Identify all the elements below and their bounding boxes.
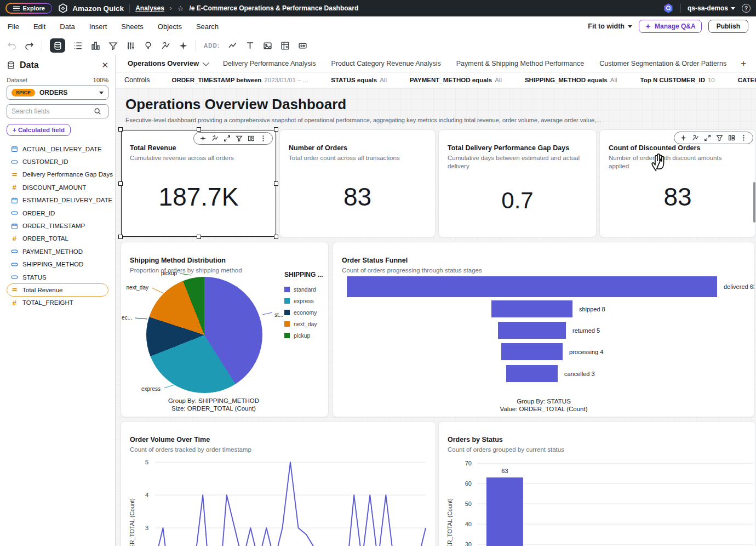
pie-chart-card[interactable]: Shipping Method DistributionProportion o… xyxy=(121,242,329,417)
tab-product-category-revenue-analysis[interactable]: Product Category Revenue Analysis xyxy=(324,60,449,67)
visual-hover-toolbar[interactable] xyxy=(193,132,273,145)
menu-insert[interactable]: Insert xyxy=(89,22,107,31)
field-item-delivery-performance-gap-days[interactable]: Delivery Performance Gap Days xyxy=(7,168,108,181)
control-shipping-method-equals[interactable]: SHIPPING_METHOD equalsAll xyxy=(525,77,617,83)
field-item-actual-delivery-date[interactable]: ACTUAL_DELIVERY_DATE xyxy=(7,143,108,155)
control-order-timestamp-between[interactable]: ORDER_TIMESTAMP between2023/01/01 – ... xyxy=(172,77,308,83)
filter-icon[interactable] xyxy=(108,41,118,50)
themes-bulb-icon[interactable] xyxy=(143,41,153,50)
funnel-chart-card[interactable]: Order Status FunnelCount of orders progr… xyxy=(333,242,755,417)
funnel-bar-shipped[interactable] xyxy=(491,300,572,317)
resize-handle[interactable] xyxy=(274,127,278,132)
breadcrumb-analyses[interactable]: Analyses xyxy=(135,4,164,12)
field-item-discount-amount[interactable]: #DISCOUNT_AMOUNT xyxy=(7,181,108,194)
field-item-total-revenue[interactable]: Total Revenue xyxy=(7,283,108,296)
legend-item-economy[interactable]: economy xyxy=(284,309,323,316)
menu-kebab-icon[interactable] xyxy=(260,135,267,142)
resize-handle[interactable] xyxy=(197,235,201,239)
resize-handle[interactable] xyxy=(118,235,123,239)
field-item-order-total[interactable]: #ORDER_TOTAL xyxy=(7,232,108,245)
parameters-icon[interactable] xyxy=(125,41,135,50)
control-top-n-customer-id[interactable]: Top N CUSTOMER_ID10 xyxy=(640,77,715,83)
add-calculated-field-button[interactable]: + Calculated field xyxy=(7,124,71,136)
resize-handle[interactable] xyxy=(274,235,278,239)
filter-icon[interactable] xyxy=(236,135,243,142)
list-panel-icon[interactable] xyxy=(73,41,83,50)
add-image-icon[interactable] xyxy=(262,41,272,50)
kpi-card-number-of-orders[interactable]: Number of OrdersTotal order count across… xyxy=(279,129,436,237)
account-menu[interactable]: qs-sa-demos xyxy=(688,4,735,12)
menu-sheets[interactable]: Sheets xyxy=(121,22,143,31)
add-sheet-button[interactable]: + xyxy=(734,58,753,69)
bar-chart-card[interactable]: Orders by StatusCount of orders grouped … xyxy=(438,421,756,546)
add-visual-icon[interactable] xyxy=(227,41,237,50)
insights-icon[interactable] xyxy=(692,134,699,141)
field-search[interactable] xyxy=(7,104,108,118)
funnel-bar-returned[interactable] xyxy=(498,322,566,339)
menu-objects[interactable]: Objects xyxy=(158,22,182,31)
menu-search[interactable]: Search xyxy=(196,22,219,31)
resize-handle[interactable] xyxy=(118,127,123,132)
field-item-shipping-method[interactable]: SHIPPING_METHOD xyxy=(7,258,108,271)
fit-to-width-dropdown[interactable]: Fit to width xyxy=(588,22,632,30)
insights-icon[interactable] xyxy=(211,135,219,142)
legend-item-pickup[interactable]: pickup xyxy=(284,332,323,339)
visual-hover-toolbar[interactable] xyxy=(674,132,753,144)
menu-edit[interactable]: Edit xyxy=(33,22,45,31)
field-item-total-freight[interactable]: #TOTAL_FREIGHT xyxy=(7,297,108,309)
menu-kebab-icon[interactable] xyxy=(740,134,747,141)
kpi-card-count-of-discounted-orders[interactable]: Count of Discounted OrdersNumber of orde… xyxy=(599,129,756,237)
tab-operations-overview[interactable]: Operations Overview xyxy=(123,59,215,67)
funnel-bar-processing[interactable] xyxy=(501,343,563,360)
add-embed-icon[interactable] xyxy=(297,41,307,50)
quick-q-badge-icon[interactable] xyxy=(663,3,674,14)
undo-icon[interactable] xyxy=(7,41,16,50)
field-item-order-id[interactable]: ORDER_ID xyxy=(7,207,108,219)
ai-sparkle-icon[interactable] xyxy=(199,135,207,142)
brand-home-link[interactable]: Amazon Quick xyxy=(58,3,124,14)
field-item-order-timestamp[interactable]: ORDER_TIMESTAMP xyxy=(7,219,108,232)
legend-item-next_day[interactable]: next_day xyxy=(284,321,323,327)
funnel-bar-delivered[interactable] xyxy=(347,276,717,297)
control-status-equals[interactable]: STATUS equalsAll xyxy=(331,77,387,83)
add-text-icon[interactable] xyxy=(245,41,255,50)
menu-file[interactable]: File xyxy=(8,22,19,31)
explore-button[interactable]: Explore xyxy=(5,3,52,14)
help-icon[interactable]: ? xyxy=(742,4,751,13)
resize-handle[interactable] xyxy=(118,181,123,186)
kpi-card-total-revenue[interactable]: Total RevenueCumulative revenue across a… xyxy=(121,129,277,237)
filter-icon[interactable] xyxy=(716,134,723,141)
field-item-status[interactable]: STATUS xyxy=(7,271,108,283)
menu-data[interactable]: Data xyxy=(60,22,75,31)
manage-qa-button[interactable]: Manage Q&A xyxy=(639,20,702,33)
control-category-equals[interactable]: CATEGORY equals xyxy=(738,77,756,83)
tab-delivery-performance-analysis[interactable]: Delivery Performance Analysis xyxy=(215,60,324,67)
layout-icon[interactable] xyxy=(248,135,255,142)
maximize-icon[interactable] xyxy=(704,134,711,141)
vertical-scrollbar[interactable] xyxy=(753,182,755,223)
control-payment-method-equals[interactable]: PAYMENT_METHOD equalsAll xyxy=(410,77,502,83)
ai-sparkle-icon[interactable] xyxy=(178,41,188,50)
close-icon[interactable]: ✕ xyxy=(101,60,108,70)
resize-handle[interactable] xyxy=(197,127,201,132)
tab-payment-shipping-method-performance[interactable]: Payment & Shipping Method Performance xyxy=(449,60,592,67)
visual-types-icon[interactable] xyxy=(90,41,100,50)
field-item-payment-method[interactable]: PAYMENT_METHOD xyxy=(7,245,108,258)
maximize-icon[interactable] xyxy=(224,135,231,142)
field-search-input[interactable] xyxy=(12,107,94,115)
publish-button[interactable]: Publish xyxy=(708,20,748,33)
insights-icon[interactable] xyxy=(161,41,170,50)
dataset-selector[interactable]: SPICE ORDERS xyxy=(7,86,108,100)
funnel-bar-cancelled[interactable] xyxy=(506,365,558,382)
line-chart-card[interactable]: Order Volume Over TimeCount of orders tr… xyxy=(121,421,436,546)
pie-chart[interactable] xyxy=(146,277,262,393)
tab-customer-segmentation-order-patterns[interactable]: Customer Segmentation & Order Patterns xyxy=(592,60,734,67)
kpi-card-total-delivery-performance-gap-days[interactable]: Total Delivery Performance Gap DaysCumul… xyxy=(438,129,597,237)
data-panel-icon[interactable] xyxy=(50,38,65,53)
favorite-star-icon[interactable]: ☆ xyxy=(177,4,184,13)
redo-icon[interactable] xyxy=(24,41,34,50)
legend-item-express[interactable]: express xyxy=(284,298,323,304)
field-item-estimated-delivery-date[interactable]: ESTIMATED_DELIVERY_DATE xyxy=(7,194,108,207)
resize-handle[interactable] xyxy=(274,181,278,186)
legend-item-standard[interactable]: standard xyxy=(284,286,323,293)
